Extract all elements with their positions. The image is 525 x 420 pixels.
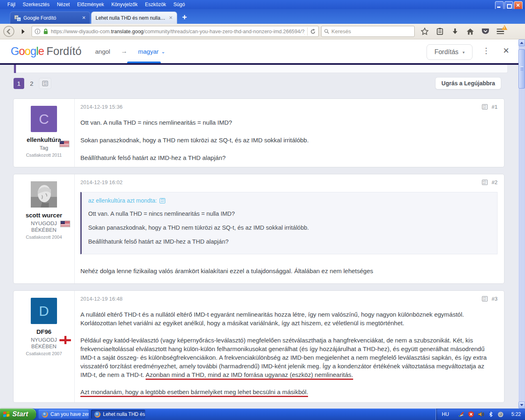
scroll-down-button[interactable] — [518, 402, 525, 409]
firefox-icon — [94, 411, 100, 418]
scroll-up-button[interactable] — [518, 39, 525, 46]
avatar[interactable]: D — [31, 298, 57, 324]
touchpad-tray-icon[interactable] — [498, 411, 504, 418]
page-info-icon[interactable] — [34, 28, 41, 34]
us-flag-icon — [60, 221, 70, 227]
post-number-link[interactable]: #2 — [492, 179, 498, 185]
close-translate-bar-icon[interactable]: ✕ — [503, 46, 509, 55]
search-box[interactable] — [321, 26, 415, 37]
menu-history[interactable]: Előzmények — [74, 1, 107, 8]
post-paragraph: Azt mondanám, hogy a legtöbb esetben bár… — [80, 388, 498, 396]
window-menubar: Fájl Szerkesztés Nézet Előzmények Könyvj… — [0, 0, 525, 9]
quote-block: az ellenkultúra azt mondta: 0F0497 Ott v… — [80, 192, 498, 254]
firefox-icon — [42, 411, 48, 418]
scrollbar-thumb[interactable] — [518, 49, 525, 89]
scrolled-element-strip — [14, 65, 508, 73]
minimize-button[interactable] — [495, 1, 504, 10]
active-language-indicator — [127, 62, 161, 63]
navigation-toolbar: https://www-diyaudio-com.translate.goog/… — [0, 24, 525, 39]
post-paragraph: Beállíthatunk felső határt az IMD-hez a … — [80, 153, 498, 162]
tablet-pen-tray-icon[interactable] — [458, 411, 465, 418]
url-bar[interactable]: https://www-diyaudio-com.translate.goog/… — [32, 26, 319, 37]
post-paragraph: Sokan panaszkodnak, hogy a THD nem tükrö… — [80, 136, 498, 144]
url-text: https://www-diyaudio-com.translate.goog/… — [51, 29, 305, 34]
lock-icon[interactable] — [43, 28, 48, 34]
pagination: 1 2 0F035F — [14, 78, 51, 89]
username[interactable]: scott wurcer — [14, 212, 74, 219]
taskbar-button-1[interactable]: Can you have zero T... — [39, 410, 89, 419]
menu-hamburger-icon[interactable] — [496, 27, 504, 36]
user-joined: Csatlakozott 2004 — [14, 235, 74, 240]
page-1-button[interactable]: 1 — [14, 78, 24, 89]
england-flag-icon — [59, 336, 71, 344]
post-paragraph: A nullától eltérő THD-t és a nullától el… — [80, 310, 498, 327]
close-window-button[interactable] — [514, 1, 523, 10]
share-icon[interactable]: 0F0497 — [482, 104, 488, 110]
share-icon[interactable]: 0F0497 — [482, 296, 488, 301]
new-tab-button[interactable]: + — [182, 13, 187, 22]
tab-close-icon[interactable]: ✕ — [82, 15, 86, 21]
jump-to-latest-button[interactable]: Ugrás a Legújabbra — [435, 77, 501, 89]
google-translate-header: GoogleFordító angol → magyar⌄ Fordítás▾ … — [0, 39, 525, 65]
tab-close-icon[interactable]: ✕ — [169, 15, 173, 21]
vertical-scrollbar[interactable] — [518, 39, 525, 409]
post-number-link[interactable]: #3 — [492, 296, 498, 302]
menu-edit[interactable]: Szerkesztés — [19, 1, 52, 8]
home-icon[interactable] — [466, 27, 474, 36]
search-input[interactable] — [331, 28, 412, 34]
translate-button[interactable]: Fordítás▾ — [427, 44, 472, 60]
user-joined: Csatlakozott 2007 — [14, 351, 74, 356]
bookmark-star-icon[interactable] — [420, 27, 429, 36]
username[interactable]: DF96 — [14, 328, 74, 335]
user-joined: Csatlakozott 2011 — [14, 153, 74, 158]
volume-tray-icon[interactable] — [478, 411, 484, 418]
avatar[interactable] — [31, 181, 57, 208]
avatar[interactable]: C — [31, 106, 57, 132]
taskbar-button-2-active[interactable]: Lehet nulla THD és ne... — [91, 410, 145, 419]
quoted-paragraph: Sokan panaszkodnak, hogy a THD nem tükrö… — [88, 224, 491, 231]
forward-button[interactable] — [17, 25, 29, 38]
tab-thread-active[interactable]: Lehet nulla THD és nem nulla IMD?... ✕ — [91, 11, 177, 24]
page-content: 1 2 0F035F Ugrás a Legújabbra C ellenkul… — [0, 65, 518, 409]
target-language-tab[interactable]: magyar⌄ — [138, 48, 165, 55]
menu-bookmarks[interactable]: Könyvjelzők — [108, 1, 141, 8]
downloads-icon[interactable] — [451, 27, 459, 36]
chevron-down-icon: ⌄ — [161, 49, 165, 55]
back-button[interactable] — [3, 26, 14, 37]
menu-view[interactable]: Nézet — [54, 1, 73, 8]
post-paragraph: Például egy katód-leválasztó (vagy képer… — [80, 336, 498, 379]
reload-icon[interactable] — [307, 27, 316, 36]
menu-help[interactable]: Súgó — [170, 1, 188, 8]
menu-tools[interactable]: Eszközök — [142, 1, 169, 8]
source-language-tab[interactable]: angol — [95, 48, 110, 55]
quote-expand-icon[interactable]: 0F0497 — [160, 198, 165, 203]
google-translate-logo: GoogleFordító — [11, 45, 82, 58]
system-tray: HU 5:22 — [436, 409, 525, 420]
share-icon[interactable]: 0F0497 — [482, 180, 488, 185]
restore-button[interactable] — [504, 1, 513, 10]
language-indicator[interactable]: HU — [442, 411, 449, 417]
clock: 5:22 — [511, 411, 521, 417]
post-timestamp[interactable]: 2014-12-19 16:02 — [80, 179, 123, 185]
security-alert-tray-icon[interactable] — [468, 411, 475, 418]
translate-favicon: AG — [14, 15, 21, 21]
bluetooth-tray-icon[interactable] — [488, 411, 494, 418]
post-paragraph: Ott van. A nulla THD = nincs nemlinearit… — [80, 118, 498, 127]
start-button[interactable]: Start — [0, 409, 36, 420]
red-underlined-text: Azt mondanám, hogy a legtöbb esetben bár… — [80, 388, 308, 397]
post-timestamp[interactable]: 2014-12-19 16:48 — [80, 296, 123, 302]
menu-file[interactable]: Fájl — [4, 1, 18, 8]
quoted-paragraph: Beállíthatunk felső határt az IMD-hez a … — [88, 238, 491, 245]
next-page-button[interactable]: 0F035F — [39, 78, 51, 89]
post-number-link[interactable]: #1 — [492, 104, 498, 110]
overflow-menu-icon[interactable]: ⋮ — [482, 46, 490, 55]
bookmarks-menu-icon[interactable] — [436, 27, 444, 36]
pocket-icon[interactable] — [481, 27, 489, 36]
windows-taskbar: Start Can you have zero T... Lehet nulla… — [0, 409, 525, 420]
quote-attribution-link[interactable]: az ellenkultúra azt mondta: — [88, 197, 157, 204]
page-2-button[interactable]: 2 — [27, 80, 36, 87]
post-timestamp[interactable]: 2014-12-19 15:36 — [80, 104, 123, 110]
tab-google-translate[interactable]: AG Google Fordító ✕ — [10, 11, 90, 24]
caret-down-icon: ▾ — [463, 50, 465, 55]
red-underlined-text: Azonban mind a THD, mind az IMD forrása … — [146, 371, 353, 380]
